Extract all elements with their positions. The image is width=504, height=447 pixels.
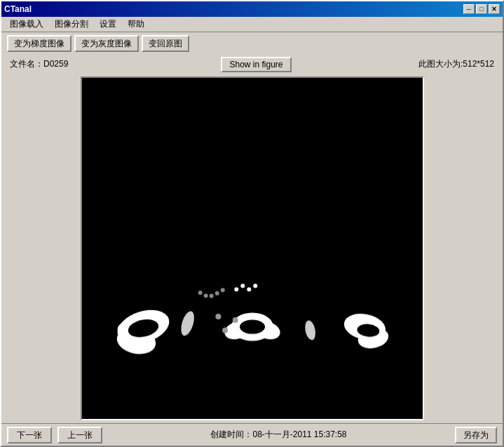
toolbar: 变为梯度图像 变为灰度图像 变回原图 bbox=[1, 32, 503, 55]
save-as-button[interactable]: 另存为 bbox=[455, 427, 497, 443]
window-title: CTanal bbox=[4, 4, 32, 14]
title-controls: ─ □ ✕ bbox=[463, 4, 500, 14]
minimize-button[interactable]: ─ bbox=[463, 4, 475, 14]
info-bar: 文件名：D0259 Show in figure 此图大小为:512*512 bbox=[1, 55, 503, 74]
menu-bar: 图像载入 图像分割 设置 帮助 bbox=[1, 17, 503, 32]
image-size-label: 此图大小为:512*512 bbox=[418, 58, 494, 70]
timestamp-label: 创建时间：08-十一月-2011 15:37:58 bbox=[108, 429, 449, 441]
main-window: CTanal ─ □ ✕ 图像载入 图像分割 设置 帮助 变为梯度图像 变为灰度… bbox=[0, 0, 504, 447]
show-figure-button[interactable]: Show in figure bbox=[221, 57, 291, 72]
maximize-button[interactable]: □ bbox=[476, 4, 487, 14]
close-button[interactable]: ✕ bbox=[489, 4, 500, 14]
restore-original-button[interactable]: 变回原图 bbox=[142, 35, 189, 52]
menu-settings[interactable]: 设置 bbox=[94, 17, 122, 32]
next-image-button[interactable]: 下一张 bbox=[7, 427, 52, 443]
status-bar: 下一张 上一张 创建时间：08-十一月-2011 15:37:58 另存为 bbox=[1, 423, 503, 446]
grayscale-image-button[interactable]: 变为灰度图像 bbox=[74, 35, 139, 52]
menu-help[interactable]: 帮助 bbox=[122, 17, 150, 32]
image-container bbox=[1, 74, 503, 423]
title-bar: CTanal ─ □ ✕ bbox=[1, 1, 503, 17]
image-canvas bbox=[82, 78, 423, 419]
gradient-image-button[interactable]: 变为梯度图像 bbox=[7, 35, 71, 52]
filename-label: 文件名：D0259 bbox=[10, 58, 94, 70]
prev-image-button[interactable]: 上一张 bbox=[57, 427, 102, 443]
image-display bbox=[81, 76, 424, 420]
menu-image-load[interactable]: 图像载入 bbox=[4, 17, 49, 32]
menu-image-segment[interactable]: 图像分割 bbox=[49, 17, 94, 32]
